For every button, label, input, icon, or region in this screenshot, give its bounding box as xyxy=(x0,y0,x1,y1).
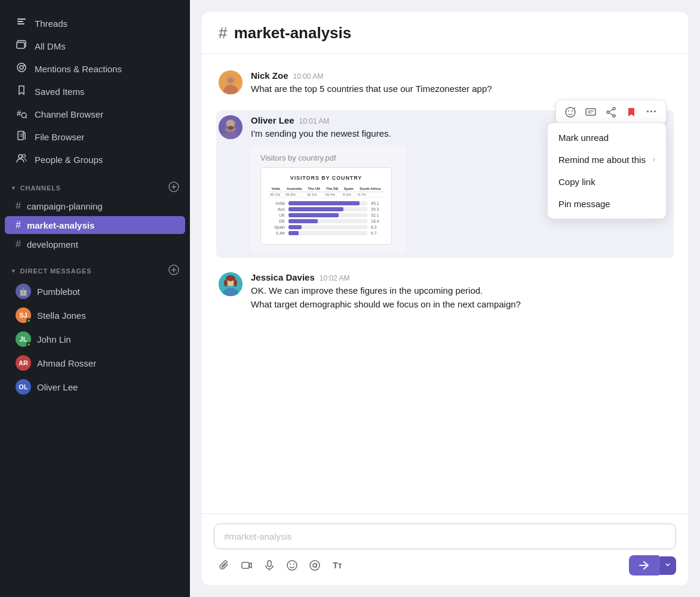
sidebar-nav-all-dms[interactable]: All DMs xyxy=(5,35,185,57)
message-3-author: Jessica Davies xyxy=(251,272,315,282)
dm-item-ahmad-rosser[interactable]: AR Ahmad Rosser xyxy=(5,352,185,374)
send-button[interactable] xyxy=(629,555,659,576)
val-india: 45.1% xyxy=(268,192,284,198)
message-2-time: 10:01 AM xyxy=(299,117,330,125)
file-browser-label: File Browser xyxy=(35,132,84,142)
svg-point-58 xyxy=(310,561,320,570)
mic-button[interactable] xyxy=(259,555,280,576)
sidebar-nav-channel-browser[interactable]: # Channel Browser xyxy=(5,103,185,125)
chart-title: VISITORS BY COUNTRY xyxy=(268,175,384,181)
copy-link-menu-item[interactable]: Copy link xyxy=(548,171,666,193)
add-channel-button[interactable] xyxy=(168,181,179,194)
channel-item-development[interactable]: # development xyxy=(5,235,185,253)
svg-line-10 xyxy=(26,117,27,118)
file-attachment: Visitors by country.pdf VISITORS BY COUN… xyxy=(251,145,406,253)
sidebar-nav-file-browser[interactable]: File Browser xyxy=(5,126,185,147)
remind-chevron: › xyxy=(653,155,655,164)
svg-point-29 xyxy=(572,110,573,112)
file-name: Visitors by country.pdf xyxy=(260,153,397,162)
share-button[interactable] xyxy=(601,103,621,122)
svg-point-5 xyxy=(17,63,26,72)
bookmark-button[interactable] xyxy=(622,103,641,122)
mentions-label: Mentions & Reactions xyxy=(35,64,122,74)
svg-text:#: # xyxy=(17,109,22,118)
messages-area: Nick Zoe 10:00 AM What are the top 5 cou… xyxy=(202,54,688,513)
video-button[interactable] xyxy=(237,555,257,576)
message-input[interactable]: #market-analysis xyxy=(214,524,676,549)
pin-message-menu-item[interactable]: Pin message xyxy=(548,193,666,215)
sidebar-nav-threads[interactable]: Threads xyxy=(5,13,185,34)
channel-title: # market-analysis xyxy=(219,24,671,42)
channel-browser-icon: # xyxy=(16,107,27,121)
saved-icon xyxy=(16,85,27,98)
send-btn-group xyxy=(629,555,676,576)
dm-label: DIRECT MESSAGES xyxy=(20,267,92,275)
add-dm-button[interactable] xyxy=(168,264,179,277)
channel-item-campaign-planning[interactable]: # campaign-planning xyxy=(5,197,185,215)
oliver-avatar: OL xyxy=(16,379,31,395)
send-dropdown-button[interactable] xyxy=(659,556,676,575)
input-placeholder: #market-analysis xyxy=(224,531,291,541)
emoji-button[interactable] xyxy=(282,555,302,576)
all-dms-label: All DMs xyxy=(35,41,66,51)
message-1-content: Nick Zoe 10:00 AM What are the top 5 cou… xyxy=(251,70,671,96)
people-label: People & Groups xyxy=(35,155,103,165)
pin-message-label: Pin message xyxy=(558,199,610,209)
oliver-msg-avatar xyxy=(219,115,242,139)
val-de: 18.4% xyxy=(323,192,341,198)
channel-hash: # xyxy=(219,24,227,42)
channel-item-market-analysis[interactable]: # market-analysis xyxy=(5,216,185,234)
svg-point-28 xyxy=(568,110,569,112)
dm-item-oliver-lee[interactable]: OL Oliver Lee xyxy=(5,376,185,398)
mark-unread-label: Mark unread xyxy=(558,133,609,143)
sidebar: Threads All DMs Mentions & Reactions Sav… xyxy=(0,0,190,597)
svg-rect-53 xyxy=(268,561,271,567)
val-spain: 8.3% xyxy=(341,192,356,198)
main-content: # market-analysis Nick Zoe 10:00 AM xyxy=(190,0,700,597)
reply-button[interactable] xyxy=(581,103,600,122)
dm-name: Pumblebot xyxy=(37,287,80,297)
channel-hash-icon-dev: # xyxy=(16,239,21,250)
dm-name: John Lin xyxy=(37,334,71,344)
svg-point-6 xyxy=(20,66,23,69)
bar-row-0: India 45.1 xyxy=(268,201,384,205)
svg-line-36 xyxy=(609,109,613,112)
mention-button[interactable] xyxy=(305,555,325,576)
remind-menu-item[interactable]: Remind me about this › xyxy=(548,149,666,171)
message-1-time: 10:00 AM xyxy=(293,72,324,81)
message-1-author: Nick Zoe xyxy=(251,70,288,81)
file-preview: VISITORS BY COUNTRY India Australia The … xyxy=(260,167,392,245)
ahmad-avatar: AR xyxy=(16,355,31,371)
dm-item-john-lin[interactable]: JL John Lin xyxy=(5,328,185,350)
svg-rect-30 xyxy=(586,109,595,115)
bar-row-4: Spain 8.3 xyxy=(268,225,384,229)
svg-point-49 xyxy=(224,279,228,287)
channels-collapse[interactable]: ▼ CHANNELS xyxy=(11,184,61,192)
dm-item-pumblebot[interactable]: 🤖 Pumblebot xyxy=(5,280,185,303)
message-3: Jessica Davies 10:02 AM OK. We can impro… xyxy=(219,267,671,316)
sidebar-nav-people[interactable]: People & Groups xyxy=(5,149,185,170)
col-header-india: India xyxy=(268,186,284,192)
format-button[interactable]: Tт xyxy=(327,555,348,576)
sidebar-nav-mentions[interactable]: Mentions & Reactions xyxy=(5,58,185,79)
copy-link-label: Copy link xyxy=(558,177,595,187)
attachment-button[interactable] xyxy=(214,555,234,576)
mark-unread-menu-item[interactable]: Mark unread xyxy=(548,127,666,149)
message-2: ··· Mark unread Remind me about this › C… xyxy=(216,110,674,259)
context-menu: Mark unread Remind me about this › Copy … xyxy=(547,122,667,219)
sidebar-nav-saved[interactable]: Saved Items xyxy=(5,81,185,102)
message-2-author: Oliver Lee xyxy=(251,115,294,125)
dm-name: Stella Jones xyxy=(37,310,86,321)
dm-chevron: ▼ xyxy=(11,268,17,274)
bar-chart: India 45.1 Aus 35.3 UK xyxy=(268,201,384,235)
svg-point-9 xyxy=(22,113,26,118)
channels-section-header: ▼ CHANNELS xyxy=(0,171,190,196)
threads-icon xyxy=(16,17,27,30)
bar-row-1: Aus 35.3 xyxy=(268,207,384,211)
svg-point-14 xyxy=(19,155,22,158)
more-button[interactable]: ··· xyxy=(642,103,661,122)
dm-collapse[interactable]: ▼ DIRECT MESSAGES xyxy=(11,267,91,275)
dm-item-stella-jones[interactable]: SJ Stella Jones xyxy=(5,304,185,327)
channel-name-active: market-analysis xyxy=(27,220,94,230)
emoji-reaction-button[interactable] xyxy=(561,103,580,122)
